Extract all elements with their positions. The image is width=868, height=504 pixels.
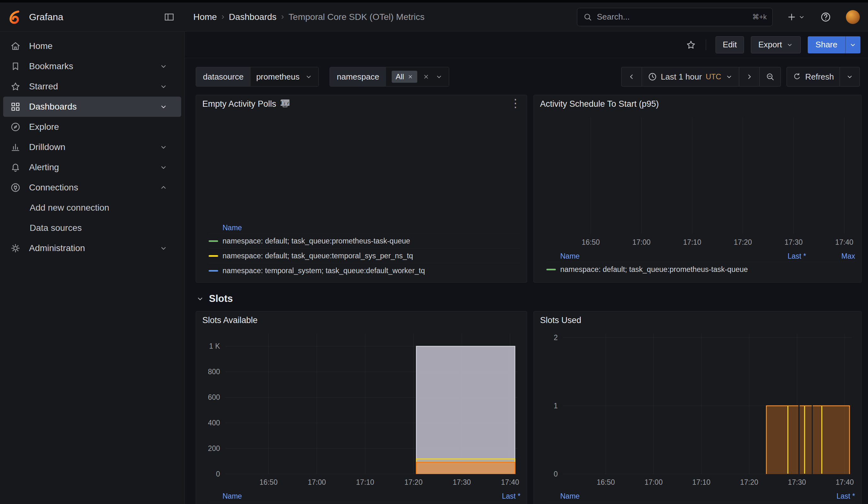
legend-header-name[interactable]: Name xyxy=(560,492,806,501)
time-shift-forward-button[interactable] xyxy=(739,67,760,86)
chevron-left-icon xyxy=(627,72,636,81)
svg-text:17:30: 17:30 xyxy=(788,478,806,486)
sidebar-item-drilldown[interactable]: Drilldown xyxy=(3,137,181,157)
template-variables: datasource prometheus namespace All xyxy=(196,67,449,86)
svg-text:800: 800 xyxy=(208,368,220,376)
breadcrumb-item-dashboards[interactable]: Dashboards xyxy=(229,12,277,22)
sidebar-item-connections[interactable]: Connections xyxy=(3,177,181,198)
sidebar-item-label: Bookmarks xyxy=(29,61,159,71)
sidebar-item-home[interactable]: Home xyxy=(3,36,181,56)
chevron-down-icon xyxy=(159,82,168,91)
panel-chart: 16:5017:0017:1017:2017:3017:40 xyxy=(540,113,855,250)
legend-row[interactable]: namespace: temporal_system; task_queue:d… xyxy=(209,263,520,278)
panel-legend: NameLast *namespace: default; task_queue… xyxy=(196,490,527,504)
svg-text:17:00: 17:00 xyxy=(632,238,651,246)
time-range-picker-button[interactable]: Last 1 hour UTC xyxy=(642,67,739,86)
timeseries-plot: 16:5017:0017:1017:2017:3017:400200400600… xyxy=(202,329,521,488)
chevron-down-icon xyxy=(159,143,168,152)
clear-values-icon[interactable] xyxy=(422,73,430,81)
user-avatar[interactable] xyxy=(846,10,860,24)
doc-icon: 16:5017:0017:1017:2017:3017:4001 xyxy=(281,100,289,108)
timeseries-plot: 16:5017:0017:1017:2017:3017:40012 xyxy=(540,329,856,488)
sidebar-item-administration[interactable]: Administration xyxy=(3,238,181,258)
legend-header-last[interactable]: Last * xyxy=(472,492,520,501)
panel-activity-schedule-to-start-p95: Activity Schedule To Start (p95)16:5017:… xyxy=(534,95,862,282)
timeseries-plot xyxy=(202,113,521,220)
refresh-button[interactable]: Refresh xyxy=(787,67,840,86)
sidebar-item-bookmarks[interactable]: Bookmarks xyxy=(3,56,181,76)
namespace-variable-label: namespace xyxy=(330,67,386,86)
chevron-down-icon xyxy=(798,13,806,21)
legend-header-max[interactable]: Max xyxy=(806,252,855,260)
legend-header-last[interactable]: Last * xyxy=(757,252,806,260)
breadcrumb-separator-icon xyxy=(279,13,286,21)
legend-header-name[interactable]: Name xyxy=(223,224,520,232)
legend-row[interactable]: namespace: default; task_queue:prometheu… xyxy=(209,502,520,504)
svg-text:17:00: 17:00 xyxy=(308,478,326,486)
search-box[interactable]: ⌘+k xyxy=(577,8,773,26)
sidebar-item-label: Explore xyxy=(29,122,176,132)
sidebar-item-label: Add new connection xyxy=(30,203,176,213)
legend-row[interactable]: namespace: default; task_queue:prometheu… xyxy=(546,262,855,277)
breadcrumb-item-home[interactable]: Home xyxy=(193,12,217,22)
zoom-out-icon xyxy=(765,72,775,81)
sidebar-item-starred[interactable]: Starred xyxy=(3,76,181,96)
panel-title[interactable]: Slots Available xyxy=(202,316,258,325)
panel-slots-used: Slots Used16:5017:0017:1017:2017:3017:40… xyxy=(534,311,862,504)
export-button[interactable]: Export xyxy=(751,36,800,53)
chevron-down-icon xyxy=(159,62,168,71)
share-button[interactable]: Share xyxy=(808,36,845,53)
namespace-variable-select[interactable]: All xyxy=(386,67,449,86)
close-icon xyxy=(407,74,413,80)
legend-header: NameLast *Max xyxy=(546,250,855,262)
sidebar-item-label: Drilldown xyxy=(29,142,159,152)
namespace-value-chip[interactable]: All xyxy=(392,71,417,83)
bell-icon xyxy=(10,162,21,173)
chip-remove-icon[interactable] xyxy=(407,74,413,80)
sidebar-item-explore[interactable]: Explore xyxy=(3,117,181,137)
sidebar-item-add-new-connection[interactable]: Add new connection xyxy=(3,198,181,218)
sidebar-item-alerting[interactable]: Alerting xyxy=(3,157,181,177)
svg-text:16:50: 16:50 xyxy=(582,238,600,246)
datasource-variable-label: datasource xyxy=(196,67,251,86)
legend-header: NameLast * xyxy=(546,491,855,502)
datasource-variable-select[interactable]: prometheus xyxy=(251,67,319,86)
legend-header-name[interactable]: Name xyxy=(560,252,757,260)
series-color-marker xyxy=(209,270,218,271)
star-icon xyxy=(10,81,21,92)
edit-button[interactable]: Edit xyxy=(715,36,744,53)
legend-row[interactable]: namespace: default; task_queue:prometheu… xyxy=(209,233,520,248)
legend-row[interactable]: namespace: default; task_queue:temporal_… xyxy=(209,248,520,263)
grafana-logo-icon[interactable] xyxy=(8,10,23,24)
help-icon[interactable] xyxy=(820,11,831,23)
row-section-slots[interactable]: Slots xyxy=(196,293,233,305)
chevron-down-icon xyxy=(435,73,443,81)
zoom-out-time-button[interactable] xyxy=(760,67,781,86)
share-caret-button[interactable] xyxy=(845,36,860,53)
clock-icon xyxy=(648,72,657,81)
add-dropdown-button[interactable] xyxy=(787,12,806,22)
sidebar-item-data-sources[interactable]: Data sources xyxy=(3,218,181,238)
sidebar-item-dashboards[interactable]: Dashboards xyxy=(3,96,181,117)
favorite-star-button[interactable] xyxy=(685,40,696,50)
dashboard-actions-row: Edit Export Share xyxy=(185,32,868,58)
panel-empty-activity-polls: Empty Activity Polls16:5017:0017:1017:20… xyxy=(196,95,527,282)
search-input[interactable] xyxy=(597,12,748,22)
panel-title[interactable]: Slots Used xyxy=(540,316,581,325)
refresh-interval-caret-button[interactable] xyxy=(840,67,860,86)
sidebar-toggle-button[interactable] xyxy=(164,11,175,23)
legend-row[interactable]: namespace: default; task_queue:prometheu… xyxy=(546,502,855,504)
panel-menu-icon[interactable]: ⋮ xyxy=(510,97,521,109)
svg-text:17:20: 17:20 xyxy=(734,238,752,246)
time-shift-back-button[interactable] xyxy=(621,67,642,86)
panel-title[interactable]: Activity Schedule To Start (p95) xyxy=(540,99,659,109)
panel-header: Slots Available xyxy=(196,311,527,329)
legend-header-name[interactable]: Name xyxy=(223,492,472,501)
sidebar-item-label: Dashboards xyxy=(29,102,159,112)
home-icon xyxy=(10,41,21,51)
legend-header-last[interactable]: Last * xyxy=(806,492,855,501)
breadcrumb-item-temporal-core-sdk-otel-metrics[interactable]: Temporal Core SDK (OTel) Metrics xyxy=(289,12,425,22)
panel-title[interactable]: Empty Activity Polls xyxy=(202,99,276,109)
chevron-right-icon xyxy=(219,13,226,21)
svg-text:200: 200 xyxy=(208,444,220,453)
